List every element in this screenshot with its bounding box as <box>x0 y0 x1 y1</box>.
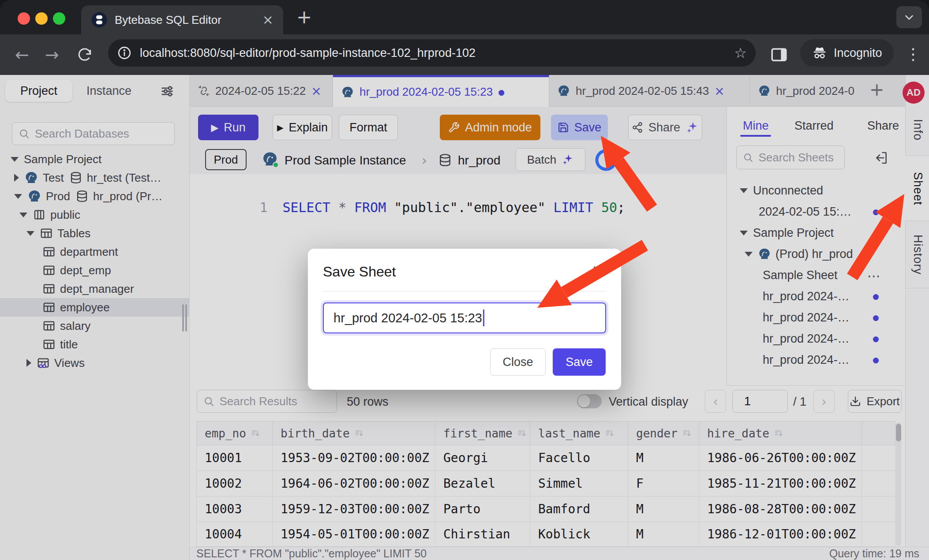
caret-down-icon[interactable] <box>26 231 34 236</box>
sidebar-resize-handle[interactable] <box>182 304 184 332</box>
close-editor-tab-icon[interactable]: × <box>714 84 724 98</box>
table-cell[interactable]: 1986-06-26T00:00:00Z <box>699 445 862 471</box>
close-window-button[interactable] <box>18 12 30 25</box>
tree-item-table-dept-emp[interactable]: dept_emp <box>0 261 190 280</box>
tree-item-table-department[interactable]: department <box>0 243 190 261</box>
caret-down-icon[interactable] <box>745 252 753 257</box>
search-sheets-field[interactable] <box>736 146 845 169</box>
tree-item-table-title[interactable]: title <box>0 335 190 354</box>
column-header[interactable]: emp_no <box>196 421 273 445</box>
close-tab-icon[interactable]: × <box>262 13 273 26</box>
sort-icon[interactable] <box>774 429 783 438</box>
tree-item-views-group[interactable]: Views <box>0 354 190 372</box>
table-cell[interactable]: 1985-11-21T00:00:00Z <box>699 471 862 497</box>
sheet-tab-share[interactable]: Share <box>867 119 899 133</box>
forward-button[interactable]: → <box>45 46 59 63</box>
tab-search-button[interactable] <box>896 6 922 28</box>
scrollbar-thumb[interactable] <box>896 424 901 441</box>
editor-tab-active[interactable]: hr_prod 2024-02-05 15:23 ● <box>333 75 549 107</box>
tree-item-tables-group[interactable]: Tables <box>0 224 190 243</box>
browser-tab[interactable]: Bytebase SQL Editor × <box>81 5 283 34</box>
tree-item-table-salary[interactable]: salary <box>0 317 190 335</box>
environment-badge[interactable]: Prod <box>205 149 247 170</box>
column-header[interactable]: birth_date <box>273 421 435 445</box>
table-cell[interactable]: M <box>628 445 699 471</box>
column-header[interactable]: last_name <box>530 421 628 445</box>
table-cell[interactable]: Parto <box>435 497 530 522</box>
tab-project[interactable]: Project <box>5 80 72 102</box>
sort-icon[interactable] <box>605 429 614 438</box>
filter-sliders-icon[interactable] <box>160 84 175 99</box>
save-button[interactable]: Save <box>551 115 608 140</box>
table-cell[interactable]: Bamford <box>530 497 628 522</box>
table-cell[interactable]: Facello <box>530 445 628 471</box>
caret-down-icon[interactable] <box>740 231 748 235</box>
editor-tab-unsaved[interactable]: 2024-02-05 15:22 × <box>190 75 333 107</box>
side-tab-history[interactable]: History <box>906 227 929 282</box>
caret-right-icon[interactable] <box>14 174 19 182</box>
column-header[interactable]: gender <box>628 421 699 445</box>
breadcrumb-database[interactable]: hr_prod <box>458 153 501 168</box>
sidebar-resize-handle[interactable] <box>185 304 187 332</box>
table-cell[interactable]: 1959-12-03T00:00:00Z <box>273 497 435 522</box>
new-tab-button[interactable]: + <box>296 8 312 26</box>
close-editor-tab-icon[interactable]: × <box>311 84 321 98</box>
editor-tab[interactable]: hr_prod 2024-0 <box>750 75 862 107</box>
browser-menu-icon[interactable]: ⋮ <box>905 45 921 63</box>
tree-item-schema-public[interactable]: public <box>0 205 190 224</box>
search-results-input[interactable] <box>219 395 330 408</box>
table-cell[interactable]: Bezalel <box>435 471 530 497</box>
side-tab-info[interactable]: Info <box>906 110 929 150</box>
vertical-display-toggle[interactable] <box>577 394 602 408</box>
bookmark-star-icon[interactable]: ☆ <box>734 45 747 61</box>
sheet-group-project[interactable]: Sample Project <box>727 222 906 243</box>
run-button[interactable]: ▶ Run <box>198 115 258 140</box>
search-databases-input[interactable] <box>35 127 168 141</box>
minimize-window-button[interactable] <box>35 12 48 25</box>
table-cell[interactable]: 10001 <box>196 445 273 471</box>
caret-down-icon[interactable] <box>19 213 27 217</box>
more-menu-icon[interactable]: ⋯ <box>867 268 880 284</box>
url-bar[interactable]: localhost:8080/sql-editor/prod-sample-in… <box>108 39 756 67</box>
format-button[interactable]: Format <box>339 115 398 140</box>
table-cell[interactable]: 1986-08-28T00:00:00Z <box>699 497 862 522</box>
export-button[interactable]: Export <box>848 390 902 413</box>
dialog-close-button[interactable]: Close <box>490 348 546 376</box>
table-cell[interactable]: 10002 <box>196 471 273 497</box>
table-cell[interactable]: M <box>628 522 699 547</box>
dialog-save-button[interactable]: Save <box>553 348 606 376</box>
table-cell[interactable]: Chirstian <box>435 522 530 547</box>
table-cell[interactable]: Koblick <box>530 522 628 547</box>
column-header[interactable]: first_name <box>435 421 530 445</box>
import-sheet-icon[interactable] <box>874 151 888 165</box>
close-dialog-icon[interactable]: × <box>591 262 605 279</box>
sheet-tab-mine[interactable]: Mine <box>743 119 769 133</box>
table-cell[interactable]: 1964-06-02T00:00:00Z <box>273 471 435 497</box>
tree-item-table-dept-manager[interactable]: dept_manager <box>0 280 190 298</box>
side-panel-icon[interactable] <box>770 45 788 64</box>
results-scrollbar[interactable] <box>896 422 901 546</box>
next-page-button[interactable]: › <box>813 390 835 413</box>
tab-instance[interactable]: Instance <box>72 84 146 98</box>
side-tab-sheet[interactable]: Sheet <box>906 161 929 216</box>
caret-down-icon[interactable] <box>14 194 22 199</box>
tree-item-database-test[interactable]: Test hr_test (Test… <box>0 168 190 187</box>
site-info-icon[interactable] <box>117 45 132 60</box>
sort-icon[interactable] <box>682 429 692 438</box>
table-cell[interactable]: 10004 <box>196 522 273 547</box>
avatar[interactable]: AD <box>903 82 925 104</box>
reload-button[interactable] <box>77 47 93 63</box>
table-cell[interactable]: Georgi <box>435 445 530 471</box>
admin-mode-button[interactable]: Admin mode <box>440 115 540 140</box>
add-editor-tab-button[interactable]: + <box>869 79 884 100</box>
search-results-field[interactable] <box>197 390 337 413</box>
sheet-tab-starred[interactable]: Starred <box>794 119 834 133</box>
tree-item-table-employee[interactable]: employee <box>0 298 190 317</box>
breadcrumb-instance[interactable]: Prod Sample Instance <box>285 153 406 168</box>
batch-button[interactable]: Batch <box>516 148 585 171</box>
table-cell[interactable]: 1986-12-01T00:00:00Z <box>699 522 862 547</box>
sheet-group-unconnected[interactable]: Unconnected <box>727 180 906 201</box>
caret-down-icon[interactable] <box>11 157 19 162</box>
share-button[interactable]: Share <box>628 115 702 140</box>
caret-down-icon[interactable] <box>740 188 748 193</box>
